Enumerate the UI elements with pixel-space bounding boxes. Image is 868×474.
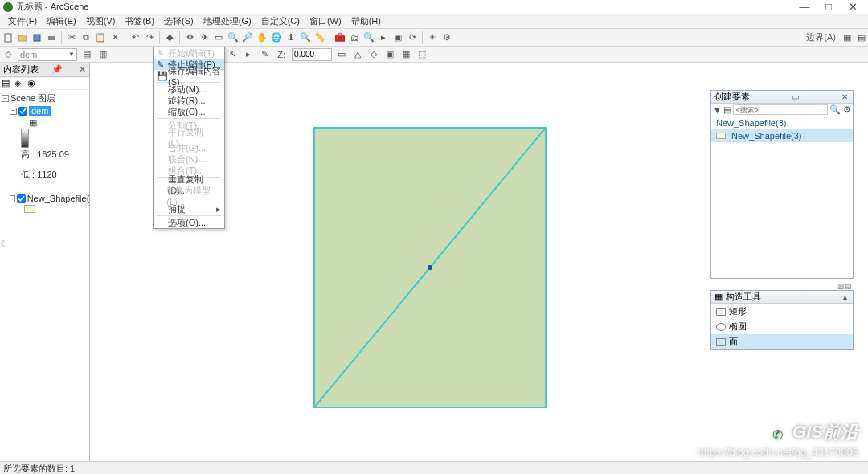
collapse-icon[interactable]: − <box>10 108 17 115</box>
menu-window[interactable]: 窗口(W) <box>305 15 346 27</box>
menu-options[interactable]: 选项(O)... <box>154 217 224 228</box>
settings-icon[interactable]: ⚙ <box>440 31 453 44</box>
tree-root[interactable]: − Scene 图层 <box>2 92 88 105</box>
catalog-icon[interactable]: 🗂 <box>348 31 361 44</box>
list-by-source-icon[interactable]: ◈ <box>14 78 26 89</box>
print-icon[interactable] <box>45 31 58 44</box>
template-icon[interactable]: ▤ <box>723 104 732 116</box>
menu-rotate[interactable]: 旋转(R)... <box>154 95 224 106</box>
list-by-drawing-icon[interactable]: ▤ <box>2 78 13 89</box>
collapse-icon[interactable]: − <box>2 95 9 102</box>
left-chevron-handle[interactable]: ‹ <box>0 233 6 251</box>
layer-visibility-checkbox[interactable] <box>18 107 27 116</box>
boundary-icon-2[interactable]: ▤ <box>855 31 868 44</box>
measure-icon[interactable]: 📏 <box>313 31 326 44</box>
value-high: 高 : 1625.09 <box>2 148 88 161</box>
menu-view[interactable]: 视图(V) <box>81 15 121 27</box>
model-icon[interactable]: ▣ <box>391 31 404 44</box>
menu-parallel-copy: 平行复制(L)... <box>154 131 224 142</box>
undo-icon[interactable]: ↶ <box>129 31 141 44</box>
maximize-button[interactable]: □ <box>817 1 841 13</box>
zoom-in-icon[interactable]: 🔍 <box>227 31 240 44</box>
menu-scale[interactable]: 缩放(C)... <box>154 106 224 117</box>
menu-file[interactable]: 文件(F) <box>3 15 42 27</box>
new-icon[interactable] <box>2 31 14 44</box>
layer-tool-1[interactable]: ▤ <box>80 48 93 61</box>
boundary-icon-1[interactable]: ▦ <box>841 31 854 44</box>
close-button[interactable]: ✕ <box>841 1 865 13</box>
menu-help[interactable]: 帮助(H) <box>346 15 386 27</box>
copy-icon[interactable]: ⧉ <box>80 31 92 44</box>
right-dock: 创建要素 ▭ ✕ ▼ ▤ 🔍 ⚙ New_Shapefile(3) New_Sh… <box>710 90 854 353</box>
menu-save-edits[interactable]: 💾保存编辑内容(S) <box>154 70 224 81</box>
nav-icon[interactable]: ✥ <box>183 31 196 44</box>
search-icon[interactable]: 🔍 <box>829 104 841 116</box>
toc-close[interactable]: ✕ <box>79 64 86 75</box>
edit-tool-pointer[interactable]: ↖ <box>226 48 239 61</box>
create-features-panel: 创建要素 ▭ ✕ ▼ ▤ 🔍 ⚙ New_Shapefile(3) New_Sh… <box>710 90 854 279</box>
open-icon[interactable] <box>16 31 29 44</box>
svg-rect-2 <box>48 36 55 40</box>
edit-tool-c[interactable]: ◇ <box>367 48 380 61</box>
cut-icon[interactable]: ✂ <box>65 31 78 44</box>
panel-resize-handle[interactable]: ▥▤ <box>710 282 854 290</box>
refresh-icon[interactable]: ⟳ <box>406 31 419 44</box>
select-icon[interactable]: ▭ <box>212 31 225 44</box>
menu-bookmarks[interactable]: 书签(B) <box>120 15 159 27</box>
add-data-icon[interactable]: ◆ <box>163 31 176 44</box>
redo-icon[interactable]: ↷ <box>143 31 156 44</box>
delete-icon[interactable]: ✕ <box>108 31 121 44</box>
z-label: Z: <box>274 50 289 59</box>
fly-icon[interactable]: ✈ <box>198 31 211 44</box>
sun-icon[interactable]: ☀ <box>426 31 439 44</box>
tree-layer-dem[interactable]: − dem <box>2 105 88 116</box>
menu-geoprocessing[interactable]: 地理处理(G) <box>199 15 256 27</box>
layer-tool-2[interactable]: ▥ <box>96 48 109 61</box>
chevron-up-icon[interactable]: ▴ <box>840 292 850 301</box>
gear-icon[interactable]: ⚙ <box>842 104 851 116</box>
edit-tool-sketch[interactable]: ✎ <box>258 48 271 61</box>
layer-combo[interactable]: dem ▼ <box>18 48 77 61</box>
list-by-visibility-icon[interactable]: ◉ <box>27 78 39 89</box>
tool-polygon[interactable]: 面 <box>711 334 853 349</box>
menu-replace-model: 替换为模型(L)... <box>154 190 224 201</box>
identify-icon[interactable]: ℹ <box>285 31 297 44</box>
edit-tool-a[interactable]: ▭ <box>335 48 348 61</box>
window-title: 无标题 - ArcScene <box>16 1 792 13</box>
construction-tool-list: 矩形 椭圆 面 <box>711 304 853 349</box>
tool-ellipse[interactable]: 椭圆 <box>711 319 853 334</box>
polygon-feature[interactable] <box>313 127 547 408</box>
find-icon[interactable]: 🔍 <box>299 31 312 44</box>
toolbox-icon[interactable]: 🧰 <box>334 31 346 44</box>
menu-edit[interactable]: 编辑(E) <box>42 15 81 27</box>
toc-pin[interactable]: 📌 <box>51 64 63 75</box>
tool-rectangle[interactable]: 矩形 <box>711 304 853 319</box>
menu-selection[interactable]: 选择(S) <box>159 15 199 27</box>
tree-layer-shapefile[interactable]: − New_Shapefile(3) <box>2 193 88 204</box>
zoom-out-icon[interactable]: 🔎 <box>241 31 254 44</box>
menu-customize[interactable]: 自定义(C) <box>256 15 305 27</box>
pan-icon[interactable]: ✋ <box>256 31 268 44</box>
minimize-button[interactable]: — <box>792 1 817 13</box>
edit-tool-f[interactable]: ⬚ <box>416 48 428 61</box>
python-icon[interactable]: ▸ <box>377 31 390 44</box>
panel-close-icon[interactable]: ✕ <box>840 92 850 101</box>
layer-dem-label[interactable]: dem <box>29 106 51 116</box>
vertex-marker[interactable] <box>428 265 432 270</box>
edit-tool-e[interactable]: ▦ <box>399 48 412 61</box>
save-icon[interactable] <box>31 31 43 44</box>
collapse-icon[interactable]: − <box>10 195 15 202</box>
feature-template-item[interactable]: New_Shapefile(3) <box>711 129 853 142</box>
search-icon[interactable]: 🔍 <box>362 31 375 44</box>
feature-search-input[interactable] <box>733 104 828 115</box>
layer-icon[interactable]: ◇ <box>2 48 14 61</box>
edit-tool-d[interactable]: ▣ <box>383 48 396 61</box>
edit-tool-vertex[interactable]: ▸ <box>242 48 255 61</box>
panel-dock-icon[interactable]: ▭ <box>790 92 800 101</box>
z-value-input[interactable] <box>292 48 332 61</box>
edit-tool-b[interactable]: △ <box>351 48 364 61</box>
full-extent-icon[interactable]: 🌐 <box>270 31 283 44</box>
paste-icon[interactable]: 📋 <box>94 31 107 44</box>
filter-icon[interactable]: ▼ <box>713 104 722 116</box>
layer-visibility-checkbox[interactable] <box>17 194 26 203</box>
